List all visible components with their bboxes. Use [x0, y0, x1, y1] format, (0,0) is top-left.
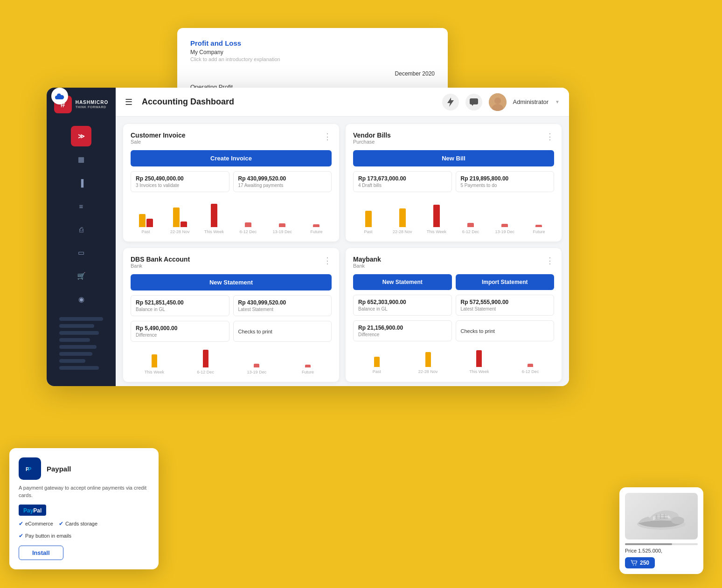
maybank-balance-gl-amount: Rp 652,303,900.00 [358, 299, 447, 305]
paypal-name: Paypall [47, 465, 71, 473]
vendor-bills-title: Vendor Bills [353, 131, 391, 139]
dbs-bank-stats-row2: Rp 5,490,000.00 Difference Checks to pri… [131, 321, 332, 342]
customer-invoice-stats: Rp 250,490,000.00 3 Invoices to validate… [131, 171, 332, 192]
create-invoice-button[interactable]: Create Invoice [131, 150, 332, 166]
user-dropdown-icon[interactable]: ▼ [555, 99, 560, 104]
dbs-bank-chart: This Week 6-12 Dec 13-19 Dec Future [131, 346, 332, 374]
browser-window: # HASHMICRO THINK FORWARD ≫ ▦ ▐ ≡ ⎙ [47, 88, 569, 386]
sidebar-item-list[interactable]: ≡ [71, 196, 91, 216]
check-icon-emails: ✔ [19, 533, 23, 539]
sidebar-item-dashboard[interactable]: ≫ [71, 126, 91, 146]
sidebar-item-shop[interactable]: 🛒 [71, 266, 91, 286]
menu-icon[interactable]: ☰ [125, 97, 132, 107]
dbs-balance-gl-stat: Rp 521,851,450.00 Balance in GL [131, 295, 229, 316]
pl-click-hint[interactable]: Click to add an introductory explanation [190, 56, 435, 62]
maybank-import-statement-button[interactable]: Import Statement [456, 274, 555, 290]
dbs-bank-buttons: New Statement [131, 274, 332, 291]
awaiting-payments-amount: Rp 430,999,520.00 [238, 175, 327, 182]
svg-rect-0 [470, 98, 478, 104]
maybank-title: Maybank [353, 256, 381, 263]
message-icon-btn[interactable] [465, 94, 482, 111]
maybank-buttons: New Statement Import Statement [353, 274, 554, 290]
sidebar-item-reports[interactable]: ▐ [71, 173, 91, 193]
maybank-checks-stat: Checks to print [456, 320, 555, 341]
dbs-new-statement-button[interactable]: New Statement [131, 274, 332, 291]
maybank-chart: Past 22-28 Nov This Week 6-12 Dec [353, 346, 554, 374]
customer-invoice-card: Customer Invoice Sale ⋮ Create Invoice R… [123, 124, 339, 242]
dbs-balance-gl-label: Balance in GL [136, 307, 224, 312]
maybank-card: Maybank Bank ⋮ New Statement Import Stat… [346, 248, 562, 382]
maybank-difference-label: Difference [358, 332, 447, 337]
customer-invoice-chart: Past 22-28 Nov This Week 6-12 Dec 13-19 … [131, 197, 332, 234]
pl-date: December 2020 [190, 70, 435, 77]
maybank-balance-gl-stat: Rp 652,303,900.00 Balance in GL [353, 295, 452, 316]
dbs-bank-stats-row1: Rp 521,851,450.00 Balance in GL Rp 430,9… [131, 295, 332, 316]
dbs-bank-menu[interactable]: ⋮ [323, 256, 332, 266]
product-card: Price 1.525.000, 250 [619, 487, 703, 574]
paypal-feature-emails: ✔ Pay button in emails [19, 533, 71, 539]
main-content: Customer Invoice Sale ⋮ Create Invoice R… [116, 117, 569, 386]
invoices-validate-label: 3 Invoices to validate [136, 183, 224, 188]
topbar: ☰ Accounting Dashboard [116, 88, 569, 117]
new-bill-button[interactable]: New Bill [353, 150, 554, 166]
vendor-bills-subtitle: Purchase [353, 139, 391, 145]
install-button[interactable]: Install [19, 546, 63, 560]
sidebar-item-calendar[interactable]: ▦ [71, 149, 91, 170]
maybank-stats-row2: Rp 21,156,900.00 Difference Checks to pr… [353, 320, 554, 341]
topbar-actions: Administrator ▼ [442, 93, 560, 111]
maybank-checks-label: Checks to print [461, 325, 549, 334]
svg-point-2 [494, 97, 501, 104]
product-image [625, 493, 698, 540]
awaiting-payments-label: 17 Awaiting payments [238, 183, 327, 188]
cloud-icon [51, 88, 68, 104]
dbs-latest-statement-stat: Rp 430,999,520.00 Latest Statement [233, 295, 332, 316]
svg-point-8 [671, 517, 684, 524]
svg-point-15 [633, 565, 634, 566]
maybank-menu[interactable]: ⋮ [546, 256, 554, 266]
sidebar-item-print[interactable]: ⎙ [71, 219, 91, 240]
paypal-features: ✔ eCommerce ✔ Cards storage ✔ Pay button… [19, 520, 149, 539]
draft-bills-stat: Rp 173,673,000.00 4 Draft bills [353, 171, 452, 192]
sidebar-item-monitor[interactable]: ▭ [71, 242, 91, 263]
maybank-header: Maybank Bank ⋮ [353, 256, 554, 269]
paypal-logo: P P [19, 457, 41, 480]
dbs-latest-statement-amount: Rp 430,999,520.00 [238, 299, 327, 306]
check-icon-ecommerce: ✔ [19, 520, 23, 527]
paypal-feature-cards-label: Cards storage [65, 521, 97, 526]
customer-invoice-header: Customer Invoice Sale ⋮ [131, 131, 332, 145]
maybank-difference-stat: Rp 21,156,900.00 Difference [353, 320, 452, 341]
pl-title: Profit and Loss [190, 39, 435, 47]
maybank-latest-statement-label: Latest Statement [461, 306, 549, 311]
maybank-balance-gl-label: Balance in GL [358, 306, 447, 311]
product-cart-button[interactable]: 250 [625, 557, 655, 568]
customer-invoice-menu[interactable]: ⋮ [323, 131, 332, 142]
draft-bills-amount: Rp 173,673,000.00 [358, 175, 447, 182]
paypal-header: P P Paypall [19, 457, 149, 480]
paypal-feature-emails-label: Pay button in emails [25, 533, 71, 539]
check-icon-cards: ✔ [59, 520, 63, 527]
lightning-icon-btn[interactable] [442, 94, 459, 111]
vendor-bills-menu[interactable]: ⋮ [546, 131, 554, 142]
svg-text:P: P [28, 466, 31, 472]
maybank-new-statement-button[interactable]: New Statement [353, 274, 452, 290]
dbs-checks-stat: Checks to print [233, 321, 332, 342]
customer-invoice-subtitle: Sale [131, 139, 185, 145]
dbs-latest-statement-label: Latest Statement [238, 307, 327, 312]
shoe-svg [633, 500, 689, 533]
product-progress-fill [625, 543, 672, 545]
payments-to-do-amount: Rp 219,895,800.00 [461, 175, 549, 182]
paypal-popup: P P Paypall A payment gateway to accept … [9, 448, 159, 569]
maybank-latest-statement-amount: Rp 572,555,900.00 [461, 299, 549, 305]
payments-to-do-stat: Rp 219,895,800.00 5 Payments to do [456, 171, 555, 192]
awaiting-payments-stat: Rp 430,999,520.00 17 Awaiting payments [233, 171, 332, 192]
vendor-bills-card: Vendor Bills Purchase ⋮ New Bill Rp 173,… [346, 124, 562, 242]
vendor-bills-stats: Rp 173,673,000.00 4 Draft bills Rp 219,8… [353, 171, 554, 192]
sidebar-item-user[interactable]: ◉ [71, 289, 91, 310]
paypal-description: A payment gateway to accept online payme… [19, 484, 149, 499]
logo-text: HASHMICRO THINK FORWARD [76, 100, 109, 109]
dbs-difference-amount: Rp 5,490,000.00 [136, 325, 224, 332]
paypal-feature-ecommerce-label: eCommerce [25, 521, 53, 526]
svg-point-16 [635, 565, 636, 566]
avatar[interactable] [489, 93, 507, 111]
page-title: Accounting Dashboard [142, 97, 437, 107]
